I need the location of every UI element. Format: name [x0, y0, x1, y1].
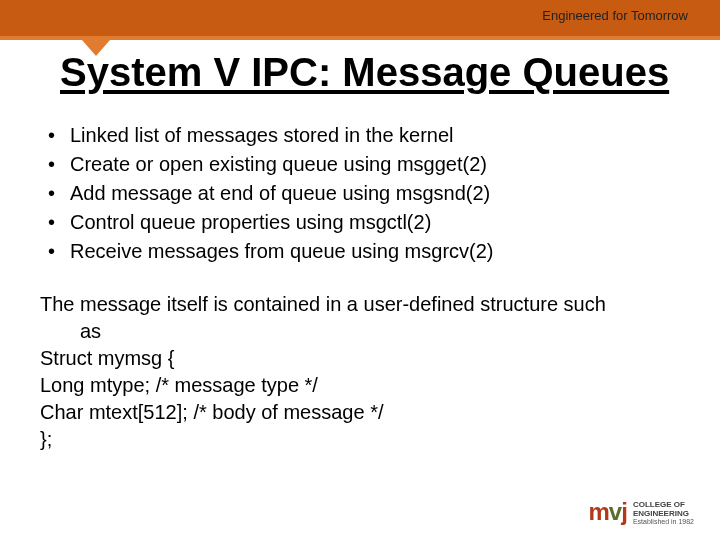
paragraph: The message itself is contained in a use… — [40, 291, 680, 453]
para-line: as — [40, 318, 680, 345]
logo-letter: v — [609, 498, 621, 525]
list-item: Control queue properties using msgctl(2) — [40, 209, 680, 236]
code-line: }; — [40, 426, 680, 453]
logo-text: COLLEGE OF ENGINEERING Established in 19… — [633, 501, 694, 526]
tagline: Engineered for Tomorrow — [542, 8, 688, 23]
logo-letter: j — [621, 498, 627, 525]
logo-letter: m — [589, 498, 609, 525]
list-item: Add message at end of queue using msgsnd… — [40, 180, 680, 207]
body: Linked list of messages stored in the ke… — [40, 120, 680, 453]
list-item: Receive messages from queue using msgrcv… — [40, 238, 680, 265]
page-title: System V IPC: Message Queues — [60, 50, 680, 95]
code-line: Long mtype; /* message type */ — [40, 372, 680, 399]
bullet-list: Linked list of messages stored in the ke… — [40, 122, 680, 265]
logo-mark: mvj — [589, 498, 627, 526]
slide: Engineered for Tomorrow System V IPC: Me… — [0, 0, 720, 540]
list-item: Linked list of messages stored in the ke… — [40, 122, 680, 149]
code-line: Char mtext[512]; /* body of message */ — [40, 399, 680, 426]
code-line: Struct mymsg { — [40, 345, 680, 372]
logo: mvj COLLEGE OF ENGINEERING Established i… — [589, 498, 694, 526]
logo-line: Established in 1982 — [633, 518, 694, 526]
logo-line: ENGINEERING — [633, 510, 694, 519]
list-item: Create or open existing queue using msgg… — [40, 151, 680, 178]
para-line: The message itself is contained in a use… — [40, 291, 680, 318]
